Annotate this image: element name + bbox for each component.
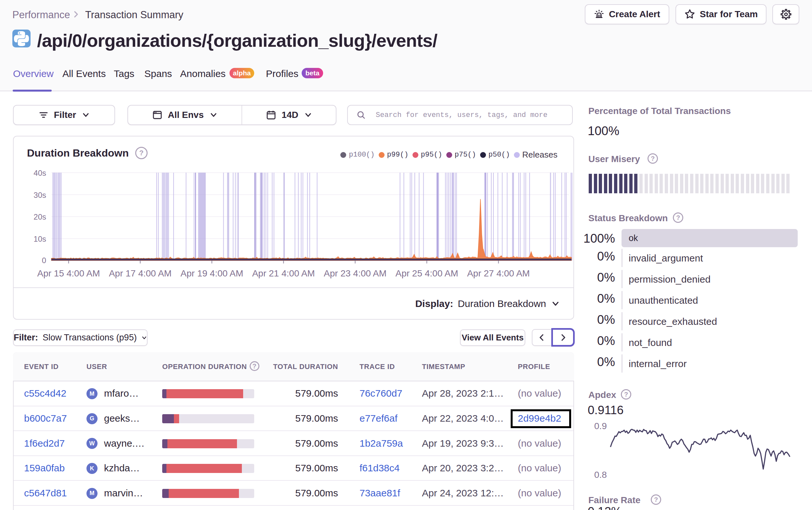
svg-text:Apr 23 4:00 AM: Apr 23 4:00 AM (324, 268, 386, 278)
svg-text:Apr 27 4:00 AM: Apr 27 4:00 AM (467, 268, 530, 278)
svg-text:30s: 30s (33, 191, 46, 200)
svg-text:Apr 15 4:00 AM: Apr 15 4:00 AM (37, 268, 100, 278)
svg-text:40s: 40s (33, 169, 46, 177)
svg-text:20s: 20s (33, 212, 46, 221)
svg-text:Apr 25 4:00 AM: Apr 25 4:00 AM (395, 268, 458, 278)
svg-text:Apr 17 4:00 AM: Apr 17 4:00 AM (109, 268, 172, 278)
svg-text:0: 0 (42, 256, 46, 265)
svg-text:Apr 19 4:00 AM: Apr 19 4:00 AM (180, 268, 243, 278)
svg-text:10s: 10s (33, 235, 46, 243)
svg-text:Apr 21 4:00 AM: Apr 21 4:00 AM (252, 268, 315, 278)
